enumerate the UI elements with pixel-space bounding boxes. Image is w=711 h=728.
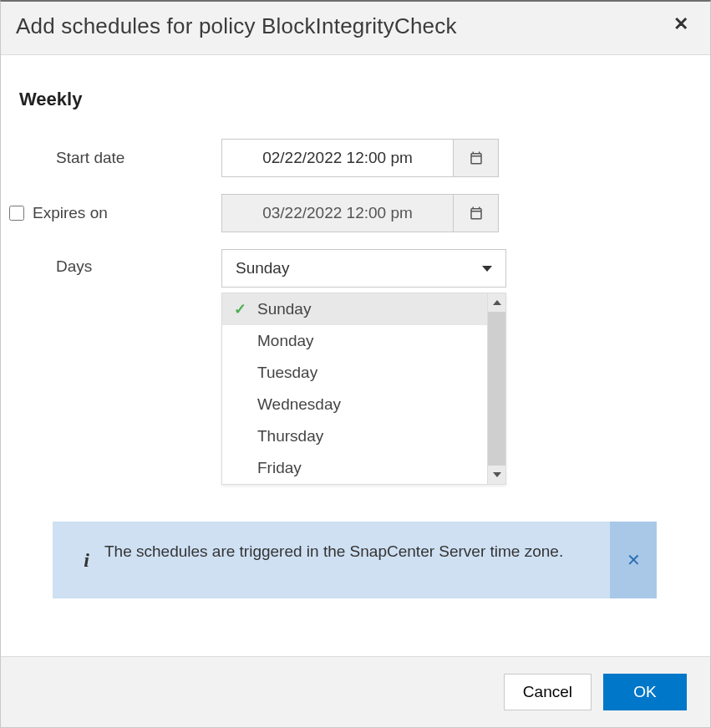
start-date-label: Start date xyxy=(33,149,221,167)
section-heading: Weekly xyxy=(19,89,682,110)
day-option-label: Tuesday xyxy=(257,364,317,382)
day-option-label: Sunday xyxy=(257,300,311,318)
day-option-tuesday[interactable]: Tuesday xyxy=(222,357,487,389)
expires-on-group xyxy=(221,194,499,232)
start-date-group xyxy=(221,139,499,177)
scrollbar-track[interactable] xyxy=(488,312,505,466)
form-rows: Start date Expires on xyxy=(19,139,682,304)
check-icon: ✓ xyxy=(234,300,252,318)
calendar-icon[interactable] xyxy=(454,194,499,232)
expires-on-label: Expires on xyxy=(9,204,221,222)
days-label-text: Days xyxy=(56,257,92,276)
day-option-thursday[interactable]: Thursday xyxy=(222,420,487,452)
day-option-friday[interactable]: Friday xyxy=(222,452,487,484)
scroll-up-icon[interactable] xyxy=(488,293,505,312)
cancel-button[interactable]: Cancel xyxy=(504,674,592,710)
day-option-label: Thursday xyxy=(257,427,323,445)
expires-on-label-text: Expires on xyxy=(33,204,108,222)
day-option-wednesday[interactable]: Wednesday xyxy=(222,389,487,420)
day-option-label: Wednesday xyxy=(257,395,341,414)
days-label: Days xyxy=(33,249,221,276)
row-expires-on: Expires on xyxy=(33,194,682,232)
days-dropdown: ✓ Sunday Monday Tuesday xyxy=(221,293,506,485)
dialog-footer: Cancel OK xyxy=(1,656,710,727)
dialog-body: Weekly Start date Expire xyxy=(1,55,710,656)
dropdown-scrollbar[interactable] xyxy=(487,293,505,484)
close-icon[interactable]: ✕ xyxy=(668,13,693,35)
row-days: Days Sunday ✓ Sunday xyxy=(33,249,682,288)
days-dropdown-list: ✓ Sunday Monday Tuesday xyxy=(222,293,487,484)
chevron-down-icon xyxy=(482,266,492,272)
info-icon: i xyxy=(53,522,93,598)
start-date-label-text: Start date xyxy=(56,149,124,167)
dialog-title: Add schedules for policy BlockIntegrityC… xyxy=(16,13,668,39)
close-icon[interactable]: ✕ xyxy=(610,522,657,598)
day-option-sunday[interactable]: ✓ Sunday xyxy=(222,293,487,325)
dialog-header: Add schedules for policy BlockIntegrityC… xyxy=(1,2,710,55)
days-selected-value: Sunday xyxy=(236,259,289,277)
start-date-input[interactable] xyxy=(221,139,454,177)
info-text: The schedules are triggered in the SnapC… xyxy=(93,522,610,598)
add-schedules-dialog: Add schedules for policy BlockIntegrityC… xyxy=(0,0,711,728)
info-banner: i The schedules are triggered in the Sna… xyxy=(53,522,657,598)
days-select[interactable]: Sunday ✓ Sunday Monday xyxy=(221,249,506,288)
day-option-label: Friday xyxy=(257,459,302,477)
day-option-label: Monday xyxy=(257,332,314,350)
expires-on-checkbox[interactable] xyxy=(9,206,24,221)
row-start-date: Start date xyxy=(33,139,682,177)
scroll-down-icon[interactable] xyxy=(488,466,505,484)
calendar-icon[interactable] xyxy=(454,139,499,177)
days-select-display[interactable]: Sunday xyxy=(221,249,506,288)
expires-on-input[interactable] xyxy=(221,194,454,232)
day-option-monday[interactable]: Monday xyxy=(222,325,487,357)
ok-button[interactable]: OK xyxy=(603,674,687,710)
